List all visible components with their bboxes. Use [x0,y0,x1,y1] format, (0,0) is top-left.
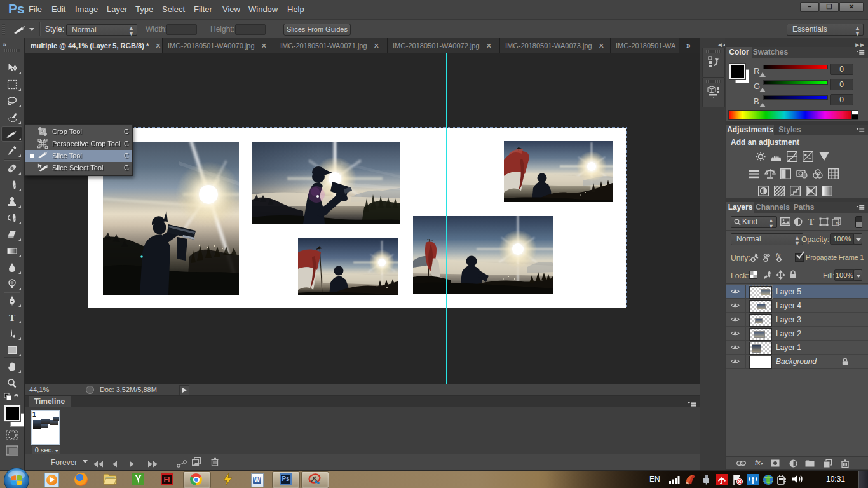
svg-text:T: T [9,313,15,322]
svg-text:fx: fx [836,220,840,226]
svg-text:T: T [808,217,815,226]
